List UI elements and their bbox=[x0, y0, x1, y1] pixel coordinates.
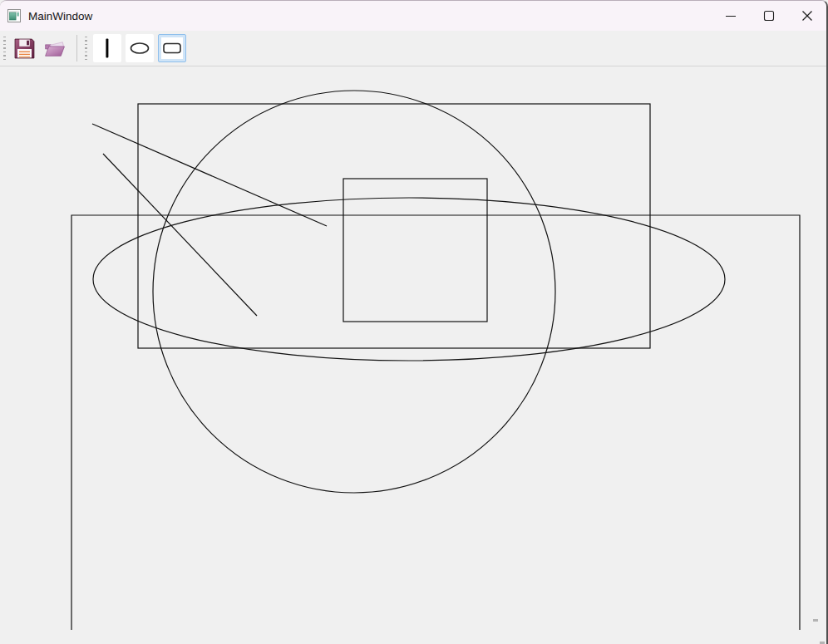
maximize-icon bbox=[763, 10, 775, 22]
window-controls bbox=[712, 1, 826, 31]
close-button[interactable] bbox=[788, 1, 826, 31]
line-tool-button[interactable] bbox=[93, 34, 121, 62]
floppy-disk-icon bbox=[13, 37, 36, 60]
toolbar-drag-handle[interactable] bbox=[3, 37, 6, 60]
maximize-button[interactable] bbox=[750, 1, 788, 31]
shape-ellipse bbox=[93, 198, 725, 361]
save-button[interactable] bbox=[11, 35, 37, 61]
rectangle-tool-button[interactable] bbox=[158, 34, 186, 62]
window-title: MainWindow bbox=[28, 10, 92, 22]
ellipse-tool-icon bbox=[129, 37, 150, 59]
app-window-icon bbox=[7, 9, 21, 22]
open-button[interactable] bbox=[41, 35, 67, 61]
shape-line bbox=[92, 124, 327, 226]
main-window: MainWindow bbox=[0, 0, 828, 644]
drawing-canvas[interactable] bbox=[0, 67, 826, 644]
shape-rect bbox=[138, 104, 650, 348]
toolbar bbox=[0, 31, 826, 66]
close-icon bbox=[801, 10, 813, 22]
drawing-layer bbox=[0, 67, 826, 644]
shape-line bbox=[103, 154, 257, 316]
size-grip[interactable] bbox=[813, 619, 818, 622]
line-tool-icon bbox=[96, 37, 118, 59]
minimize-icon bbox=[725, 10, 737, 22]
shape-rect bbox=[343, 179, 487, 322]
minimize-button[interactable] bbox=[712, 1, 750, 31]
toolbar-drag-handle-2[interactable] bbox=[85, 37, 87, 60]
open-folder-icon bbox=[43, 37, 66, 60]
titlebar: MainWindow bbox=[0, 1, 826, 31]
shape-polyline bbox=[71, 215, 800, 630]
shape-circle bbox=[153, 91, 555, 493]
ellipse-tool-button[interactable] bbox=[126, 34, 154, 62]
toolbar-separator bbox=[76, 35, 77, 61]
rectangle-tool-icon bbox=[161, 37, 183, 59]
